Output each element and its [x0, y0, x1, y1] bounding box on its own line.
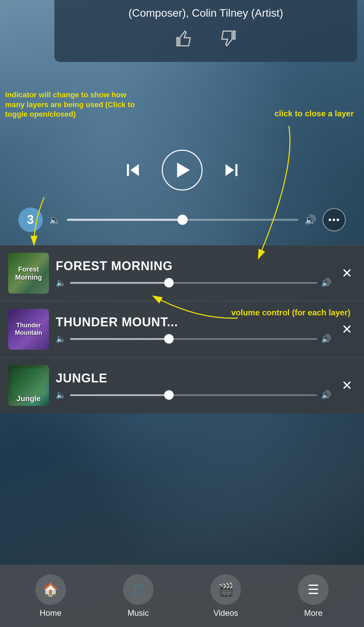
layer-thumb-label: ForestMorning [15, 265, 42, 281]
nav-icon-music-wrap: 🎵 [123, 574, 154, 605]
thumbs-down-button[interactable] [216, 26, 241, 52]
layer-info-jungle: JUNGLE 🔈 🔊 [56, 371, 331, 400]
forest-volume-slider[interactable] [70, 282, 317, 284]
layer-info-thunder: THUNDER MOUNT... 🔈 🔊 [56, 315, 331, 344]
layer-vol-min-icon: 🔈 [56, 334, 66, 344]
bottom-nav: 🏠 Home 🎵 Music 🎬 Videos ☰ More [0, 565, 364, 627]
layer-count-badge[interactable]: 3 [18, 208, 43, 232]
layer-thumbnail-thunder: ThunderMountain [8, 309, 49, 350]
thumbs-down-icon [220, 30, 237, 47]
layer-item: ForestMorning FOREST MORNING 🔈 🔊 ✕ [0, 245, 364, 301]
layer-vol-min-icon: 🔈 [56, 278, 66, 287]
play-icon [177, 163, 190, 178]
layer-thumbnail-jungle: Jungle [8, 365, 49, 406]
layer-info-forest: FOREST MORNING 🔈 🔊 [56, 259, 331, 287]
layers-list: ForestMorning FOREST MORNING 🔈 🔊 ✕ Thund… [0, 245, 364, 413]
skip-previous-icon [121, 158, 145, 182]
playback-controls [121, 150, 243, 191]
home-icon: 🏠 [42, 582, 58, 597]
nav-item-videos[interactable]: 🎬 Videos [182, 574, 270, 618]
videos-icon: 🎬 [218, 582, 234, 597]
layer-vol-max-icon: 🔊 [321, 390, 331, 400]
nav-icon-more-wrap: ☰ [298, 574, 329, 605]
nav-label-videos: Videos [213, 608, 238, 618]
annotation-left: Indicator will change to show how many l… [5, 90, 141, 119]
volume-row: 3 🔈 🔊 ••• [18, 208, 346, 232]
rating-row [171, 26, 241, 52]
layer-name-forest: FOREST MORNING [56, 259, 331, 273]
more-icon: ☰ [308, 582, 319, 597]
close-jungle-button[interactable]: ✕ [338, 375, 356, 396]
jungle-volume-slider[interactable] [70, 394, 317, 396]
layer-vol-max-icon: 🔊 [321, 278, 331, 287]
close-forest-button[interactable]: ✕ [338, 262, 356, 284]
nav-icon-home-wrap: 🏠 [35, 574, 66, 605]
more-options-button[interactable]: ••• [323, 208, 346, 231]
music-icon: 🎵 [130, 582, 146, 597]
annotation-right: click to close a layer [275, 109, 354, 118]
layer-volume-row-thunder: 🔈 🔊 [56, 334, 331, 344]
nav-item-music[interactable]: 🎵 Music [94, 574, 182, 618]
nav-label-more: More [304, 608, 323, 618]
layer-volume-row-forest: 🔈 🔊 [56, 278, 331, 287]
nav-label-home: Home [40, 608, 62, 618]
layer-volume-row-jungle: 🔈 🔊 [56, 390, 331, 400]
layer-name-jungle: JUNGLE [56, 371, 331, 385]
more-dots-icon: ••• [328, 214, 340, 225]
artist-title: (Composer), Colin Tilney (Artist) [128, 7, 283, 19]
volume-max-icon: 🔊 [305, 214, 316, 226]
skip-previous-button[interactable] [121, 158, 145, 182]
skip-next-button[interactable] [220, 158, 243, 182]
thunder-volume-slider[interactable] [70, 338, 317, 340]
thumbs-up-icon [175, 30, 192, 47]
thumbs-up-button[interactable] [171, 26, 196, 52]
layer-thumb-label-thunder: ThunderMountain [15, 322, 42, 336]
nav-item-home[interactable]: 🏠 Home [7, 574, 94, 618]
layer-thumb-label-jungle: Jungle [8, 394, 49, 403]
nav-label-music: Music [127, 608, 149, 618]
volume-annotation: volume control (for each layer) [231, 308, 350, 317]
top-card: (Composer), Colin Tilney (Artist) [54, 0, 357, 62]
skip-next-icon [220, 158, 243, 182]
master-volume-slider[interactable] [67, 219, 299, 221]
nav-icon-videos-wrap: 🎬 [210, 574, 241, 605]
close-thunder-button[interactable]: ✕ [338, 318, 356, 340]
layer-thumbnail-forest: ForestMorning [8, 253, 49, 294]
nav-item-more[interactable]: ☰ More [270, 574, 357, 618]
layer-item: Jungle JUNGLE 🔈 🔊 ✕ [0, 357, 364, 413]
layer-vol-min-icon: 🔈 [56, 390, 66, 400]
playback-area: 3 🔈 🔊 ••• [0, 150, 364, 232]
volume-min-icon: 🔈 [49, 214, 61, 226]
layer-vol-max-icon: 🔊 [321, 334, 331, 344]
play-button[interactable] [162, 150, 203, 191]
